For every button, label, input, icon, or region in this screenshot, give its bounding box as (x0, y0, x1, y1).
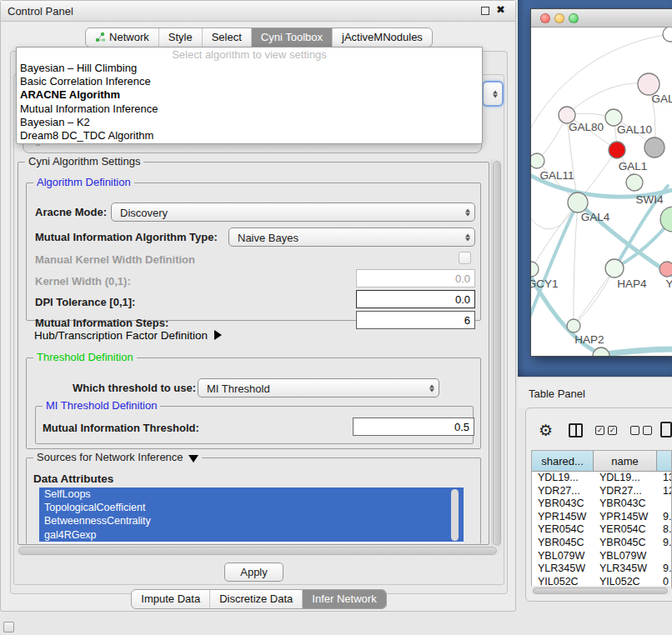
network-canvas[interactable]: GALGAL80GAL10GAL1GAL11SWI4GAL4YGCY1HAP4H… (531, 28, 672, 356)
network-node[interactable] (644, 138, 664, 158)
table-cell: YER054C (532, 523, 594, 537)
network-node[interactable] (593, 348, 609, 356)
dropdown-placeholder: Select algorithm to view settings (17, 48, 482, 62)
float-window-icon[interactable] (481, 7, 489, 15)
aracne-mode-value: Discovery (120, 206, 168, 218)
mi-threshold-label: Mutual Information Threshold: (43, 422, 199, 434)
which-threshold-combo[interactable]: MI Threshold (198, 378, 439, 398)
control-panel-titlebar[interactable]: Control Panel ✖ (1, 1, 515, 22)
table-row[interactable]: YBR045CYBR045C9. (532, 537, 671, 550)
network-node-swi4[interactable] (626, 174, 643, 191)
top-tab-bar: NetworkStyleSelectCyni ToolboxjActiveMNo… (1, 28, 517, 48)
checked-checkbox-icon[interactable]: ✓ (608, 426, 617, 435)
mi-steps-input[interactable]: 6 (356, 311, 475, 329)
table-cell: YPR145W (532, 511, 594, 524)
network-edge-thick[interactable] (604, 349, 672, 354)
network-window-titlebar[interactable] (531, 9, 672, 28)
checked-checkbox-icon[interactable]: ✓ (595, 426, 604, 435)
table-row[interactable]: YER054CYER054C8. (532, 523, 671, 537)
network-node-gcy1[interactable] (531, 262, 539, 277)
minimize-traffic-light-icon[interactable] (554, 13, 564, 23)
mi-steps-label: Mutual Information Steps: (35, 317, 168, 329)
table-cell: YDL19... (532, 472, 594, 485)
tab-impute-data[interactable]: Impute Data (132, 590, 209, 608)
expanded-arrow-icon (188, 455, 198, 462)
column-header-shared-name[interactable]: shared... (532, 451, 594, 471)
aracne-mode-combo[interactable]: Discovery (111, 202, 475, 222)
unchecked-checkbox-icon[interactable] (643, 426, 652, 435)
table-horizontal-scrollbar-thumb[interactable] (533, 588, 668, 594)
tab-style[interactable]: Style (158, 28, 202, 47)
attribute-list-item[interactable]: SelfLoops (39, 488, 464, 501)
attribute-list-item[interactable]: BetweennessCentrality (39, 514, 464, 528)
table-cell: 8. (657, 523, 671, 537)
table-row[interactable]: YDR27...YDR27...12 (532, 485, 671, 498)
tab-infer-network[interactable]: Infer Network (302, 590, 385, 608)
table-cell: YDR27... (532, 485, 594, 498)
network-node-gal4[interactable] (568, 192, 588, 212)
table-cell: YPR145W (594, 511, 657, 524)
manual-kernel-checkbox[interactable] (459, 252, 471, 264)
table-cell: 13 (657, 472, 671, 485)
unchecked-checkbox-icon[interactable] (630, 426, 639, 435)
tab-discretize-data[interactable]: Discretize Data (209, 590, 302, 608)
table-cell: 12 (657, 485, 671, 498)
network-node[interactable] (660, 207, 672, 232)
network-edge-thick[interactable] (531, 202, 578, 318)
network-edge[interactable] (574, 268, 614, 326)
tab-cyni-toolbox[interactable]: Cyni Toolbox (251, 28, 332, 47)
tab-select[interactable]: Select (202, 28, 251, 47)
file-icon[interactable] (660, 422, 672, 438)
network-node-hap4[interactable] (605, 259, 624, 278)
table-row[interactable]: YBL079WYBL079W (532, 550, 671, 563)
zoom-traffic-light-icon[interactable] (569, 13, 579, 23)
table-row[interactable]: YDL19...YDL19...13 (532, 472, 671, 485)
gear-icon[interactable]: ⚙ (539, 421, 553, 441)
table-row[interactable]: YLR345WYLR345W9. (532, 562, 671, 576)
dropdown-item[interactable]: ARACNE Algorithm (17, 88, 482, 102)
network-node-y[interactable] (659, 262, 672, 277)
network-edge[interactable] (574, 202, 578, 326)
dropdown-item[interactable]: Bayesian – Hill Climbing (17, 62, 482, 75)
table-row[interactable]: YPR145WYPR145W9. (532, 511, 671, 524)
mi-threshold-input[interactable]: 0.5 (353, 418, 474, 436)
network-node-gal11[interactable] (531, 153, 544, 168)
column-header-name[interactable]: name (594, 451, 657, 471)
close-traffic-light-icon[interactable] (540, 13, 550, 23)
apply-button[interactable]: Apply (224, 562, 283, 582)
attribute-list-item[interactable]: TopologicalCoefficient (39, 501, 464, 514)
manual-kernel-label: Manual Kernel Width Definition (35, 253, 195, 266)
table-header-row: shared... name (532, 451, 671, 472)
table-row[interactable]: YBR043CYBR043C (532, 498, 671, 511)
tab-jactivemnodules[interactable]: jActiveMNodules (332, 28, 432, 47)
mi-type-combo[interactable]: Naive Bayes (228, 228, 475, 247)
hub-definition-expander[interactable]: Hub/Transcription Factor Definition (34, 329, 222, 342)
dropdown-item[interactable]: Mutual Information Inference (17, 102, 482, 116)
settings-horizontal-scrollbar-thumb[interactable] (18, 547, 497, 555)
dock-panel-icon[interactable] (3, 622, 14, 632)
dropdown-item[interactable]: Basic Correlation Inference (17, 75, 482, 88)
settings-vertical-scrollbar-thumb[interactable] (493, 161, 501, 546)
attribute-list-item[interactable]: gal4RGexp (39, 528, 464, 542)
network-node-hap2[interactable] (567, 319, 580, 332)
column-header-cut[interactable] (657, 451, 671, 471)
threshold-definition-group: Threshold Definition Which threshold to … (26, 358, 481, 449)
dropdown-item[interactable]: Dream8 DC_TDC Algorithm (17, 129, 482, 142)
split-columns-icon[interactable] (569, 423, 583, 438)
inference-algorithm-combo-fragment[interactable] (482, 81, 504, 107)
table-cell: YBL079W (594, 550, 657, 563)
attribute-list-scrollbar[interactable] (451, 489, 459, 541)
network-node[interactable] (663, 28, 672, 42)
dpi-tolerance-input[interactable]: 0.0 (356, 290, 475, 308)
hub-definition-label: Hub/Transcription Factor Definition (34, 329, 208, 342)
which-threshold-value: MI Threshold (207, 382, 270, 394)
network-edge[interactable] (567, 83, 649, 115)
close-icon[interactable]: ✖ (496, 3, 505, 16)
group-title: MI Threshold Definition (43, 400, 160, 412)
panel-title: Control Panel (8, 5, 73, 18)
network-node-gal1[interactable] (609, 142, 625, 158)
dropdown-item[interactable]: Bayesian – K2 (17, 116, 482, 129)
tab-network[interactable]: Network (86, 28, 158, 47)
network-view-window[interactable]: GALGAL80GAL10GAL1GAL11SWI4GAL4YGCY1HAP4H… (530, 8, 672, 357)
kernel-width-input[interactable]: 0.0 (356, 269, 475, 288)
